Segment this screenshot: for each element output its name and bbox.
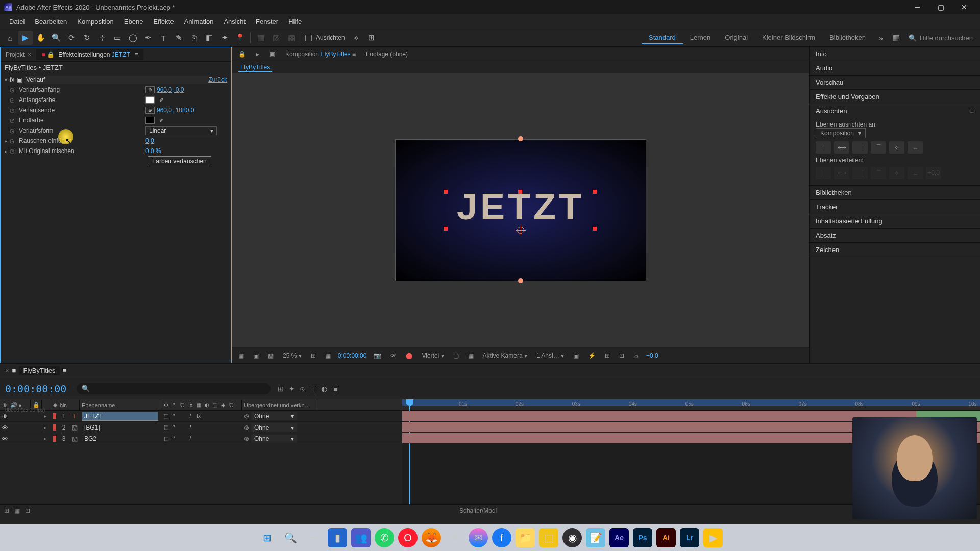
text-tool[interactable]: T [156,31,170,45]
panel-inhaltsbasierte-füllung[interactable]: Inhaltsbasierte Füllung [810,214,980,228]
rect-tool[interactable]: ▭ [110,31,125,45]
eraser-tool[interactable]: ◧ [202,31,216,45]
puppet-tool[interactable]: 📍 [233,31,247,45]
brush-tool[interactable]: ✎ [172,31,186,45]
views-dropdown[interactable]: 1 Ansi… ▾ [534,352,566,360]
layer-bar[interactable] [402,411,916,421]
menu-animation[interactable]: Animation [179,16,219,28]
twirl-icon[interactable]: ▸ [5,148,10,154]
switch[interactable]: ⬚ [162,424,169,431]
align-top-button[interactable]: ⎺ [871,141,886,154]
show-snapshot-icon[interactable]: 👁 [388,351,399,360]
clone-tool[interactable]: ⎘ [187,31,201,45]
layer-name[interactable]: BG2 [82,434,158,443]
ramp-shape-dropdown[interactable]: Linear▾ [145,126,217,135]
panel-absatz[interactable]: Absatz [810,229,980,242]
parent-dropdown[interactable]: Ohne▾ [251,423,297,432]
switch[interactable]: ⬚ [162,435,169,442]
label-color[interactable] [53,436,56,442]
preview-timecode[interactable]: 0:00:00:00 [338,352,367,359]
close-button[interactable]: ✕ [952,0,976,14]
stopwatch-icon[interactable]: ◷ [10,97,17,104]
alpha-icon[interactable]: ▦ [236,351,246,360]
reset-button[interactable]: Zurück [208,76,227,83]
lr-button[interactable]: Lr [680,528,699,547]
snapshot-icon[interactable]: 📷 [372,351,383,360]
switch[interactable]: ⬚ [162,413,169,420]
visibility-toggle[interactable]: 👁 [2,413,8,419]
twirl-icon[interactable]: ▸ [5,138,10,144]
whatsapp-button[interactable]: ✆ [375,528,394,547]
bbox-handle[interactable] [444,190,448,194]
anchor-point-icon[interactable] [517,227,524,234]
panel-effekte-und-vorgaben[interactable]: Effekte und Vorgaben [810,90,980,104]
effect-controls-tab[interactable]: ■ 🔒 Effekteinstellungen JETZT ≡ [36,49,143,60]
selection-tool[interactable]: ▶ [18,31,33,45]
anchor-tool[interactable]: ⊹ [95,31,109,45]
maximize-button[interactable]: ▢ [929,0,952,14]
minimize-button[interactable]: ─ [905,0,929,14]
twirl-icon[interactable]: ▸ [44,413,46,419]
parent-dropdown[interactable]: Ohne▾ [251,412,297,420]
start-color-swatch[interactable] [145,96,155,104]
mask-overlay-icon[interactable]: ▩ [266,351,276,360]
timeline-close-icon[interactable]: × [5,367,9,374]
obs-button[interactable]: ◉ [562,528,582,547]
explorer-button[interactable]: ▮ [328,528,347,547]
home-button[interactable]: ⌂ [3,31,17,45]
crosshair-icon[interactable]: ⊕ [145,107,155,114]
shy-icon[interactable]: ⎋ [300,385,304,393]
switches-modes-toggle[interactable]: Schalter/Modi [459,507,497,514]
fast-preview-icon[interactable]: ⚡ [586,351,598,360]
stopwatch-icon[interactable]: ◷ [10,148,17,155]
menu-bearbeiten[interactable]: Bearbeiten [30,16,72,28]
opera-button[interactable]: O [398,528,418,547]
align-panel-title[interactable]: Ausrichten [816,107,847,115]
workspace-standard[interactable]: Standard [642,32,683,44]
app3-button[interactable]: ▶ [703,528,723,547]
render-queue-icon[interactable]: ⊡ [25,507,30,514]
viewer-lock-icon[interactable]: 🔒 [235,49,249,59]
workspace-bibliotheken[interactable]: Bibliotheken [822,32,873,44]
timeline-tab[interactable]: FlyByTitles [19,366,59,375]
stopwatch-icon[interactable]: ◷ [10,117,17,124]
effect-name[interactable]: Verlauf [24,76,208,84]
stopwatch-icon[interactable]: ◷ [10,138,17,144]
panel-bibliotheken[interactable]: Bibliotheken [810,186,980,199]
pickwhip-icon[interactable]: ⊚ [244,424,249,431]
swap-colors-button[interactable]: Farben vertauschen [148,156,211,166]
align-bottom-button[interactable]: ⎽ [908,141,923,154]
ai-button[interactable]: Ai [656,528,676,547]
scatter-value[interactable]: 0,0 [145,137,154,144]
toggle-switches-icon[interactable]: ⊞ [4,507,9,514]
bbox-handle[interactable] [518,190,522,194]
align-target-dropdown[interactable]: Komposition▾ [816,128,866,138]
menu-fenster[interactable]: Fenster [251,16,283,28]
ae-button[interactable]: Ae [609,528,629,547]
project-tab[interactable]: Projekt× [1,49,36,60]
layer-row[interactable]: 👁▸2▧[BG1]⬚*/⊚Ohne▾ [0,422,402,433]
menu-datei[interactable]: Datei [4,16,30,28]
exposure-value[interactable]: +0,0 [646,352,658,359]
flowchart-icon[interactable]: ⊡ [617,351,626,360]
panel-vorschau[interactable]: Vorschau [810,76,980,89]
parent-dropdown[interactable]: Ohne▾ [251,435,297,443]
fx-enable-checkbox[interactable]: fx [10,76,17,83]
composition-viewport[interactable]: JETZT [232,73,809,347]
visibility-toggle[interactable]: 👁 [2,424,8,431]
timeline-icon[interactable]: ⊞ [603,351,612,360]
pickwhip-icon[interactable]: ⊚ [244,413,249,420]
task-view-button[interactable]: ▭ [304,528,324,547]
rotate-tool[interactable]: ↻ [80,31,94,45]
stopwatch-icon[interactable]: ◷ [10,107,17,114]
toggle-modes-icon[interactable]: ▦ [14,507,20,514]
app2-button[interactable]: ⬚ [539,528,558,547]
twirl-icon[interactable]: ▸ [44,436,46,441]
start-button[interactable]: ⊞ [257,528,277,547]
firefox-button[interactable]: 🦊 [422,528,441,547]
draft3d-icon[interactable]: ✦ [289,385,295,393]
align-vcenter-button[interactable]: ⟡ [889,141,904,154]
help-search[interactable]: 🔍 Hilfe durchsuchen [904,33,977,43]
panel-audio[interactable]: Audio [810,61,980,75]
pixel-aspect-icon[interactable]: ▣ [571,351,581,360]
